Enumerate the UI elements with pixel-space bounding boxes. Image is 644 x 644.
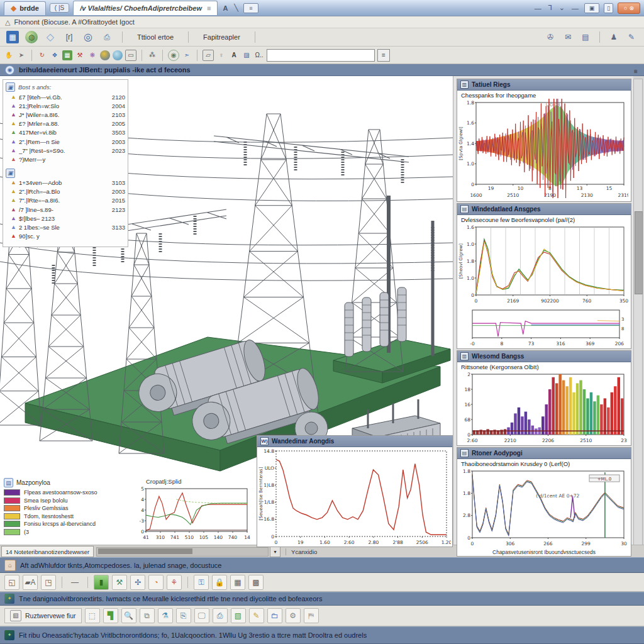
link-icon[interactable]: ✎ xyxy=(625,31,638,43)
select-region-icon[interactable]: ⬚ xyxy=(85,608,100,623)
annotation-icon[interactable]: ▰A xyxy=(23,575,38,590)
minimize-button[interactable]: — xyxy=(533,4,543,12)
close-button[interactable]: ○⊗ xyxy=(618,3,640,14)
flask-icon[interactable]: ⚗ xyxy=(158,608,173,623)
wave-chart[interactable]: 1.61.01.81.0002169902200760350[Sheovl Gl… xyxy=(457,223,631,306)
tab-badge[interactable]: ( |S xyxy=(50,3,69,13)
window-restore-icon[interactable]: ◱ xyxy=(4,575,19,590)
lock-icon[interactable]: 🔒 xyxy=(212,575,227,590)
small-window-button[interactable]: ▯ xyxy=(604,3,613,13)
restore-button[interactable]: ▣ xyxy=(584,3,599,13)
font-tool-icon[interactable]: A xyxy=(221,4,229,12)
snapshot-icon[interactable]: ✇ xyxy=(544,31,557,43)
photo-icon[interactable]: ▩ xyxy=(248,575,264,590)
horizontal-scrollbar[interactable] xyxy=(96,547,269,557)
tree-item[interactable]: ▲ 417Mer=vi.8ib 3503 xyxy=(4,128,126,137)
monitor-icon[interactable]: ▭ xyxy=(125,50,136,61)
tab-list-icon[interactable]: ≡ xyxy=(243,3,258,13)
panel-wand-header[interactable]: W) Wandedinar Aongdis xyxy=(257,436,452,447)
new-table-icon[interactable]: ▦ xyxy=(6,31,19,43)
tree-item[interactable]: ▲ 90]sc. y xyxy=(4,232,126,241)
tree-item[interactable]: ▲ /7 ]lIne–s.89- 2123 xyxy=(4,205,126,214)
copy-doc-icon[interactable]: ⧉ xyxy=(140,608,155,623)
zoom-icon[interactable]: 🔍 xyxy=(121,608,136,623)
layout-icon[interactable]: ▜ xyxy=(103,608,118,623)
export-page-icon[interactable]: ◳ xyxy=(41,575,56,590)
key-icon[interactable]: ⚿ xyxy=(194,575,209,590)
diamond-icon[interactable]: ◇ xyxy=(44,31,57,43)
bottom-tab[interactable]: 14 Noteteribnanotizendtewwser xyxy=(1,546,94,557)
pan-icon[interactable]: ✋ xyxy=(4,50,14,60)
panel-wave-header[interactable]: ▤ Windedatlaed Ansgpes xyxy=(457,204,631,215)
wrench-icon[interactable]: ⚒ xyxy=(112,575,127,590)
scroll-arrow-icon[interactable]: ▾ xyxy=(270,547,280,557)
wand-chart[interactable]: 14.8ULO1)L81/L816.800191.602:602.802'882… xyxy=(257,447,452,548)
world-icon[interactable] xyxy=(100,50,110,60)
notes-icon[interactable]: ▤ xyxy=(579,31,592,43)
brackets-icon[interactable]: [r] xyxy=(63,31,75,43)
people-icon[interactable]: ⁂ xyxy=(147,50,157,60)
flag-icon[interactable]: ⛿ xyxy=(304,608,319,623)
minus-icon[interactable]: — xyxy=(68,575,82,589)
component-icon[interactable]: ❋ xyxy=(87,50,97,60)
pen-tool-icon[interactable]: ╲ xyxy=(233,4,240,12)
cursor-icon[interactable]: ➤ xyxy=(16,50,26,60)
tree-item[interactable]: ▲ 2 1lbes:–se Sle 3133 xyxy=(4,223,126,231)
clock-icon[interactable]: ◔ xyxy=(148,575,164,590)
windows-grid-icon[interactable]: ▦ xyxy=(230,575,245,590)
sphere-icon[interactable] xyxy=(113,50,123,60)
grid-icon[interactable]: ▦ xyxy=(62,50,72,60)
report-button[interactable]: Fapitreapler xyxy=(197,31,246,43)
tree-item[interactable]: ▲ _7" |Rest–s»S9o. 2023 xyxy=(4,146,126,155)
column-collapse-icon[interactable]: ≡ xyxy=(634,68,638,75)
search-icon[interactable]: Ω.. xyxy=(254,50,264,60)
printer-icon[interactable]: ⎙ xyxy=(101,31,113,43)
lamp-icon[interactable]: ♀ xyxy=(216,50,226,60)
screen-icon[interactable]: 🖵 xyxy=(194,608,209,623)
tree-item[interactable]: ▲ 7".|lRte=–a.8I6. 2015 xyxy=(4,196,126,205)
tree-group1-header[interactable]: ▣ Bost s ands: xyxy=(4,82,126,92)
send-icon[interactable]: ➣ xyxy=(182,50,192,60)
tree-item[interactable]: ▲ 21;|Reln=w:Slo 2004 xyxy=(4,101,126,110)
tree-item[interactable]: ▲ 2".|lRch=–a.Blo 2003 xyxy=(4,187,126,196)
document-tab[interactable]: /v Vlalalfties/ ChoefnAdipretrcbeibew ≡ xyxy=(73,1,218,15)
vertical-scrollbar[interactable] xyxy=(633,79,643,555)
view-mode-button[interactable]: Tttiool ertoe xyxy=(131,31,179,43)
combo-menu-icon[interactable]: ≡ xyxy=(377,49,390,62)
tree-group2-header[interactable]: ▣ xyxy=(4,168,126,179)
text-icon[interactable]: A xyxy=(229,50,239,60)
tree-item[interactable]: ▲ 1+34ven—Adob 3103 xyxy=(4,179,126,187)
map-icon[interactable]: ▧ xyxy=(231,608,246,623)
settings-icon[interactable]: ⚙ xyxy=(286,608,301,623)
image-icon[interactable]: ▱ xyxy=(203,50,214,61)
panel-histogram-header[interactable]: ▥ Wlesomd Bangss xyxy=(457,351,631,362)
cascade-icon[interactable]: ❖ xyxy=(50,50,60,60)
folder-pair-icon[interactable]: 🗀 xyxy=(267,608,282,623)
print-queue-icon[interactable]: ⎙ xyxy=(213,608,228,623)
panel-spectrum-header[interactable]: ▥ Tatiuel Riegs xyxy=(457,79,631,91)
spectrum-chart[interactable]: 1.81.61.41.00160025102190213023191910813… xyxy=(457,99,631,201)
robot-icon[interactable]: ⚘ xyxy=(167,575,182,590)
tree-item[interactable]: ▲ $!]lbes– 2123 xyxy=(4,214,126,223)
clipboard-icon[interactable]: ⎘ xyxy=(176,608,191,623)
battery-icon[interactable]: ▮ xyxy=(94,575,109,590)
scrollbar-thumb[interactable] xyxy=(635,211,643,294)
pin-button[interactable]: Ꞁ xyxy=(547,4,553,12)
target-icon[interactable]: ◉ xyxy=(168,50,179,61)
app-tab[interactable]: ◆ brdde xyxy=(4,1,46,15)
tab-menu-icon[interactable]: ≡ xyxy=(207,4,211,12)
strip-chart[interactable]: 38-0873316369206 xyxy=(457,306,631,349)
tree-item[interactable]: ▲ £7 [9teh—vi.Gb. 2120 xyxy=(4,92,126,101)
globe-icon[interactable]: ◍ xyxy=(25,31,38,43)
histogram-chart[interactable]: 218166802:6022102206251023 xyxy=(457,370,631,446)
command-input[interactable] xyxy=(267,49,375,62)
tree-item[interactable]: ▲ 2".|Rem—n Sie 2003 xyxy=(4,137,126,146)
rtoner-chart[interactable]: 1.81.82.80030626629930( d/1cent AE 0+72+… xyxy=(457,467,631,549)
refresh-icon[interactable]: ↻ xyxy=(37,50,47,60)
edit-note-icon[interactable]: ✎ xyxy=(249,608,264,623)
mini-chart[interactable]: 544-304131074151010514074014 xyxy=(131,485,257,543)
minimize2-button[interactable]: — xyxy=(570,4,580,12)
panel-rtoner-header[interactable]: ▤ Rtoner Aodypogi xyxy=(457,448,631,459)
tree-item[interactable]: ▲ ?)Merr—y xyxy=(4,155,126,164)
user-icon[interactable]: ♟ xyxy=(608,31,620,43)
